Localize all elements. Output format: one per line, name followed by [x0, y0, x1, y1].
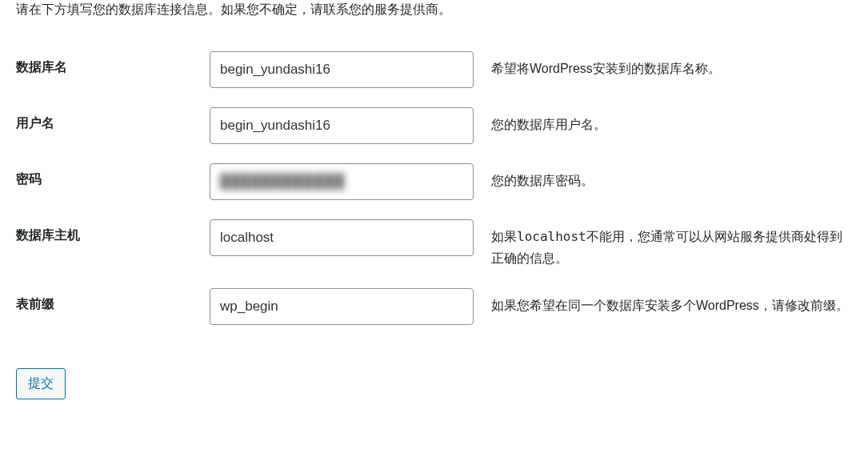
input-dbhost[interactable]: [210, 219, 474, 256]
desc-dbname: 希望将WordPress安装到的数据库名称。: [491, 62, 721, 75]
row-dbname: 数据库名 希望将WordPress安装到的数据库名称。: [16, 42, 852, 98]
input-prefix[interactable]: [210, 288, 474, 325]
code-localhost: localhost: [517, 229, 586, 244]
label-dbname: 数据库名: [16, 60, 67, 74]
password-blurred-content: ████████████: [220, 174, 346, 190]
desc-prefix: 如果您希望在同一个数据库安装多个WordPress，请修改前缀。: [491, 299, 849, 312]
db-config-form: 数据库名 希望将WordPress安装到的数据库名称。 用户名 您的数据库用户名…: [16, 42, 852, 335]
desc-username: 您的数据库用户名。: [491, 118, 606, 131]
input-dbname[interactable]: [210, 51, 474, 88]
label-prefix: 表前缀: [16, 297, 54, 311]
row-prefix: 表前缀 如果您希望在同一个数据库安装多个WordPress，请修改前缀。: [16, 279, 852, 335]
input-password[interactable]: ████████████: [210, 163, 474, 200]
label-dbhost: 数据库主机: [16, 228, 80, 242]
submit-button[interactable]: 提交: [16, 368, 66, 399]
intro-text: 请在下方填写您的数据库连接信息。如果您不确定，请联系您的服务提供商。: [16, 0, 852, 19]
desc-password: 您的数据库密码。: [491, 174, 594, 187]
row-password: 密码 ████████████ 您的数据库密码。: [16, 154, 852, 210]
row-dbhost: 数据库主机 如果localhost不能用，您通常可以从网站服务提供商处得到正确的…: [16, 210, 852, 279]
desc-dbhost: 如果localhost不能用，您通常可以从网站服务提供商处得到正确的信息。: [491, 230, 842, 265]
input-username[interactable]: [210, 107, 474, 144]
row-username: 用户名 您的数据库用户名。: [16, 98, 852, 154]
label-username: 用户名: [16, 116, 54, 130]
label-password: 密码: [16, 172, 42, 186]
